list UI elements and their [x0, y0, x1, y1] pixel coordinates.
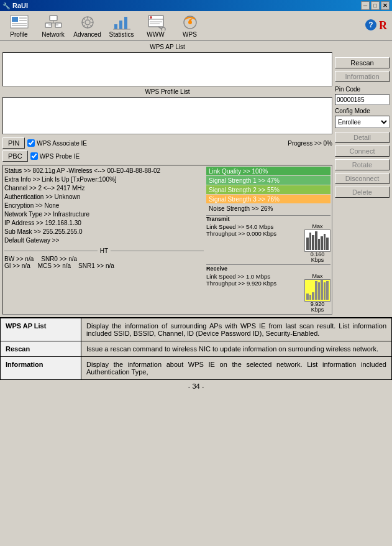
help-button[interactable]: ? — [365, 19, 376, 30]
svg-line-20 — [90, 25, 91, 27]
network-label: Network — [42, 31, 65, 38]
table-row-rescan: Rescan Issue a rescan command to wireles… — [1, 341, 392, 357]
status-line-8: Default Gateway >> — [4, 236, 204, 245]
close-button[interactable]: ✕ — [381, 1, 390, 10]
gi-label: GI >> n/a — [4, 262, 30, 269]
rx-throughput: Throughput >> 9.920 Kbps — [206, 280, 302, 287]
noise-strength-bar: Noise Strength >> 26% — [206, 204, 330, 213]
wps-label: WPS — [183, 31, 197, 38]
maximize-button[interactable]: □ — [371, 1, 380, 10]
bw-label: BW >> n/a — [4, 256, 34, 262]
rx-link-speed: Link Speed >> 1.0 Mbps — [206, 273, 302, 280]
r-logo: R — [379, 19, 387, 32]
wps-probe-ie-checkbox[interactable] — [30, 152, 38, 160]
rx-max-label: Max — [312, 273, 322, 279]
config-mode-label: Config Mode — [335, 108, 390, 114]
hw-row: BW >> n/a SNR0 >> n/a — [4, 256, 204, 262]
toolbar-item-www[interactable]: WWW — [142, 14, 170, 38]
status-line-0: Status >> 802.11g AP -Wireless <--> 00-E… — [4, 167, 204, 175]
rotate-button[interactable]: Rotate — [335, 159, 390, 170]
connect-button[interactable]: Connect — [335, 146, 390, 157]
snr0-label: SNR0 >> n/a — [41, 256, 77, 262]
ht-divider: HT — [4, 248, 204, 254]
toolbar-item-wps[interactable]: WPS — [176, 14, 204, 38]
status-line-2: Channel >> 2 <--> 2417 MHz — [4, 184, 204, 193]
def-wps-ap-list: Display the information of surrounding A… — [81, 318, 392, 341]
wps-associate-ie-checkbox[interactable] — [27, 139, 35, 147]
wps-probe-ie-label: WPS Probe IE — [40, 153, 80, 160]
www-label: WWW — [147, 31, 164, 38]
signal-area: Link Quality >> 100% Signal Strength 1 >… — [206, 167, 330, 313]
svg-rect-1 — [12, 17, 18, 22]
ht-label: HT — [100, 248, 108, 254]
toolbar-item-profile[interactable]: Profile — [5, 14, 33, 38]
rescan-button[interactable]: Rescan — [335, 57, 390, 68]
advanced-icon — [78, 14, 98, 31]
wps-profile-list-box — [2, 97, 332, 134]
transmit-info: Link Speed >> 54.0 Mbps Throughput >> 0.… — [206, 223, 302, 263]
status-area: Status >> 802.11g AP -Wireless <--> 00-E… — [2, 165, 332, 315]
transmit-header: Transmit — [206, 215, 330, 222]
receive-header: Receive — [206, 264, 330, 272]
toolbar-item-network[interactable]: Network — [39, 14, 67, 38]
config-mode-dropdown[interactable]: Enrollee Registrar — [335, 116, 390, 128]
toolbar-item-advanced[interactable]: Advanced — [73, 14, 101, 38]
tx-max-label: Max — [312, 223, 322, 229]
tx-chart-wrap: Max 0.160Kbps — [304, 223, 330, 263]
tx-link-speed: Link Speed >> 54.0 Mbps — [206, 223, 302, 230]
svg-point-14 — [85, 20, 90, 25]
advanced-label: Advanced — [73, 31, 101, 38]
rx-chart-wrap: Max 9.920Kbps — [304, 273, 330, 313]
receive-section: Receive Link Speed >> 1.0 Mbps Throughpu… — [206, 264, 330, 313]
svg-point-29 — [150, 16, 152, 19]
term-information: Information — [1, 357, 81, 380]
mcs-label: MCS >> n/a — [38, 262, 71, 269]
signal-strength-1-bar: Signal Strength 1 >> 47% — [206, 176, 330, 185]
minimize-button[interactable]: ─ — [361, 1, 370, 10]
wps-profile-list-label: WPS Profile List — [2, 88, 332, 95]
snr1-label: SNR1 >> n/a — [78, 262, 114, 269]
pin-pbc-row: PIN WPS Associate IE Progress >> 0% — [2, 136, 332, 150]
pin-pbc-row2: PBC WPS Probe IE — [2, 149, 332, 163]
status-line-6: IP Address >> 192.168.1.30 — [4, 219, 204, 228]
detail-button[interactable]: Detail — [335, 132, 390, 143]
network-icon — [43, 14, 63, 31]
information-button[interactable]: Information — [335, 71, 390, 82]
svg-rect-6 — [50, 16, 57, 21]
pin-button[interactable]: PIN — [2, 137, 25, 149]
delete-button[interactable]: Delete — [335, 187, 390, 198]
wps-ap-list-label: WPS AP List — [2, 44, 332, 50]
title-bar-text: RaUI — [12, 2, 28, 9]
pin-code-input[interactable] — [335, 94, 390, 105]
page-number: - 34 - — [0, 380, 392, 392]
tx-throughput: Throughput >> 0.000 Kbps — [206, 230, 302, 237]
svg-line-21 — [90, 19, 91, 20]
wps-associate-ie-wrap: WPS Associate IE — [27, 139, 87, 147]
profile-icon — [9, 14, 29, 31]
svg-line-19 — [83, 19, 84, 20]
title-bar-buttons: ─ □ ✕ — [361, 1, 390, 10]
signal-strength-3-bar: Signal Strength 3 >> 76% — [206, 195, 330, 203]
def-information: Display the information about WPS IE on … — [81, 357, 392, 380]
toolbar: Profile Network — [0, 11, 392, 41]
hw-row2: GI >> n/a MCS >> n/a SNR1 >> n/a — [4, 262, 204, 269]
statistics-icon — [112, 14, 132, 31]
title-bar: 🔧 RaUI ─ □ ✕ — [0, 0, 392, 11]
profile-label: Profile — [10, 31, 27, 38]
term-wps-ap-list: WPS AP List — [1, 318, 81, 341]
def-rescan: Issue a rescan command to wireless NIC t… — [81, 341, 392, 357]
wps-associate-ie-label: WPS Associate IE — [37, 140, 87, 147]
receive-info: Link Speed >> 1.0 Mbps Throughput >> 9.9… — [206, 273, 302, 313]
rx-bar-chart — [304, 279, 330, 302]
svg-rect-23 — [114, 24, 117, 29]
tx-bar-chart — [304, 229, 330, 252]
toolbar-item-statistics[interactable]: Statistics — [107, 14, 135, 38]
pbc-button[interactable]: PBC — [2, 150, 28, 162]
link-quality-bar: Link Quality >> 100% — [206, 167, 330, 175]
disconnect-button[interactable]: Disconnect — [335, 173, 390, 184]
wps-probe-ie-wrap: WPS Probe IE — [30, 152, 80, 160]
progress-label: Progress >> 0% — [288, 140, 332, 147]
status-line-4: Encryption >> None — [4, 201, 204, 210]
wps-ap-list-box — [2, 52, 332, 86]
signal-strength-2-bar: Signal Strength 2 >> 55% — [206, 185, 330, 194]
